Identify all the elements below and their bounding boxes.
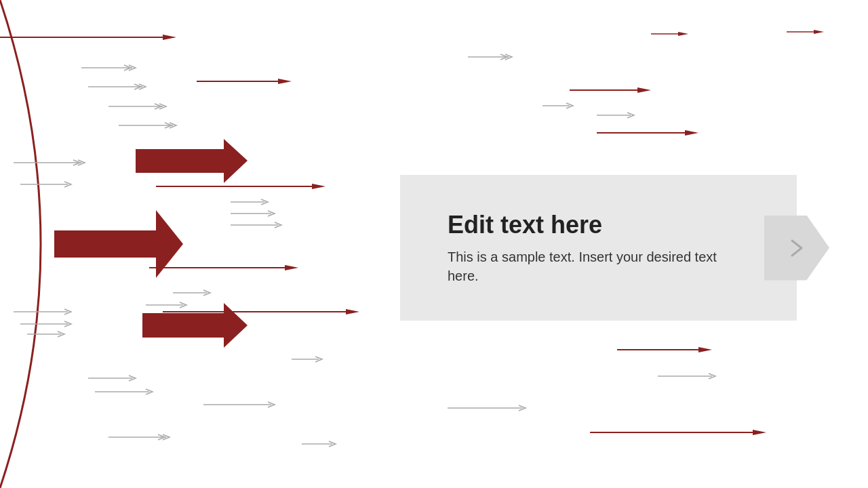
svg-marker-0 xyxy=(54,210,183,278)
svg-marker-1 xyxy=(136,139,248,183)
svg-marker-22 xyxy=(678,32,688,36)
svg-marker-20 xyxy=(753,430,766,435)
svg-marker-16 xyxy=(346,309,359,314)
next-arrow-button[interactable] xyxy=(764,216,829,281)
text-content: Edit text here This is a sample text. In… xyxy=(448,211,729,285)
svg-marker-18 xyxy=(698,347,712,352)
svg-marker-24 xyxy=(814,30,824,34)
slide: Edit text here This is a sample text. In… xyxy=(0,0,868,488)
text-body[interactable]: This is a sample text. Insert your desir… xyxy=(448,247,729,285)
text-box: Edit text here This is a sample text. In… xyxy=(400,175,797,321)
svg-marker-4 xyxy=(163,35,176,40)
svg-marker-2 xyxy=(142,303,248,348)
svg-marker-6 xyxy=(278,79,292,84)
chevron-right-icon xyxy=(787,238,807,258)
svg-marker-10 xyxy=(685,130,698,136)
svg-marker-14 xyxy=(285,265,298,270)
svg-marker-12 xyxy=(312,184,326,189)
svg-marker-8 xyxy=(637,87,651,93)
text-title[interactable]: Edit text here xyxy=(448,211,729,239)
